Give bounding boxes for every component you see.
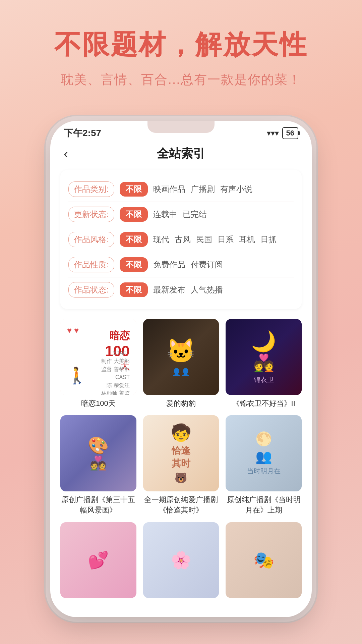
filter-option-earphone[interactable]: 耳机 (239, 234, 255, 245)
filter-label-nature: 作品性质: (68, 257, 114, 272)
content-title-6: 原创纯广播剧《当时明月在》上期 (226, 495, 302, 516)
filter-option-rizhua[interactable]: 日抓 (260, 234, 277, 245)
thumb5-chibi: 🧒 (171, 423, 191, 442)
content-area: ♥ ♥ 🚶 暗恋 100 天 STAFF制作 大美部监督 善帮部CAST陈 亲爱… (50, 312, 312, 522)
thumb1-staff: STAFF制作 大美部监督 善帮部CAST陈 亲爱汪林帅帅 善监健恰过话 (101, 349, 129, 395)
filter-unlimited-nature[interactable]: 不限 (120, 257, 148, 272)
thumb5-bear: 🐻 (175, 472, 187, 484)
filter-section: 作品类别: 不限 映画作品 广播剧 有声小说 更新状态: 不限 连载中 已完结 … (60, 170, 302, 309)
thumb5-title: 恰逢其时 (172, 444, 190, 470)
filter-label-category: 作品类别: (68, 181, 114, 197)
content-item-6[interactable]: 🌕 👥 当时明月在 原创纯广播剧《当时明月在》上期 (226, 415, 302, 515)
thumb3-moon: 🌙 (251, 329, 276, 353)
thumbnail-5: 🧒 恰逢其时 🐻 (143, 415, 219, 491)
filter-option-free[interactable]: 免费作品 (153, 259, 185, 270)
nav-bar: ‹ 全站索引 (50, 141, 312, 167)
filter-option-yinghua[interactable]: 映画作品 (153, 184, 185, 195)
content-item-1[interactable]: ♥ ♥ 🚶 暗恋 100 天 STAFF制作 大美部监督 善帮部CAST陈 亲爱… (60, 319, 136, 409)
back-button[interactable]: ‹ (64, 146, 68, 161)
content-title-1: 暗恋100天 (60, 398, 136, 409)
filter-row-style: 作品风格: 不限 现代 古风 民国 日系 耳机 日抓 (68, 227, 294, 252)
bottom-item-1[interactable]: 💕 (60, 522, 136, 598)
filter-label-style: 作品风格: (68, 232, 114, 247)
hearts-decoration: ♥ ♥ (67, 326, 79, 335)
filter-option-republic[interactable]: 民国 (196, 234, 212, 245)
filter-row-nature: 作品性质: 不限 免费作品 付费订阅 (68, 252, 294, 277)
content-title-5: 全一期原创纯爱广播剧《恰逢其时》 (143, 495, 219, 516)
phone-frame: 下午2:57 ▾▾▾ 56 ‹ 全站索引 作品类别: 不限 映画作品 广播剧 有… (50, 121, 312, 617)
hero-subtitle: 耽美、言情、百合...总有一款是你的菜！ (20, 71, 342, 88)
bottom-item-3[interactable]: 🎭 (226, 522, 302, 598)
filter-row-status: 更新状态: 不限 连载中 已完结 (68, 202, 294, 227)
content-item-5[interactable]: 🧒 恰逢其时 🐻 全一期原创纯爱广播剧《恰逢其时》 (143, 415, 219, 515)
content-title-4: 原创广播剧《第三十五幅风景画》 (60, 495, 136, 516)
filter-option-completed[interactable]: 已完结 (183, 209, 207, 220)
filter-option-modern[interactable]: 现代 (153, 234, 169, 245)
thumbnail-2: 🐱 👤👤 (143, 319, 219, 395)
thumb6-moon: 🌕 (255, 431, 272, 447)
bottom-thumbnail-1: 💕 (60, 522, 136, 598)
thumb3-figures: 💑 (253, 353, 274, 373)
thumb2-figures: 👤👤 (169, 368, 193, 377)
thumbnail-3: 🌙 💑 锦衣卫 (226, 319, 302, 395)
bottom-thumbnail-3: 🎭 (226, 522, 302, 598)
thumb1-chinese: 暗恋 (105, 329, 129, 343)
phone-container: 下午2:57 ▾▾▾ 56 ‹ 全站索引 作品类别: 不限 映画作品 广播剧 有… (50, 121, 312, 617)
hero-title: 不限题材，解放天性 (20, 27, 342, 63)
stick-figure: 🚶 (67, 366, 87, 385)
thumbnail-6: 🌕 👥 当时明月在 (226, 415, 302, 491)
status-icons: ▾▾▾ 56 (267, 127, 298, 139)
filter-option-guangbo[interactable]: 广播剧 (191, 184, 215, 195)
status-time: 下午2:57 (64, 127, 101, 140)
filter-row-category: 作品类别: 不限 映画作品 广播剧 有声小说 (68, 177, 294, 202)
filter-unlimited-category[interactable]: 不限 (120, 182, 148, 197)
battery-indicator: 56 (282, 127, 298, 139)
thumb4-couple: 💑 (90, 455, 107, 471)
bottom-item-2[interactable]: 🌸 (143, 522, 219, 598)
bottom-thumb1-art: 💕 (60, 522, 136, 598)
thumb4-art: 🎨 (88, 436, 109, 455)
content-item-4[interactable]: 🎨 💑 原创广播剧《第三十五幅风景画》 (60, 415, 136, 515)
thumb6-figures: 👥 (255, 449, 272, 465)
filter-option-serializing[interactable]: 连载中 (153, 209, 177, 220)
content-item-2[interactable]: 🐱 👤👤 爱的豹豹 (143, 319, 219, 409)
filter-unlimited-state[interactable]: 不限 (120, 282, 148, 297)
filter-option-japanese[interactable]: 日系 (218, 234, 234, 245)
filter-row-state: 作品状态: 不限 最新发布 人气热播 (68, 277, 294, 302)
hero-section: 不限题材，解放天性 耽美、言情、百合...总有一款是你的菜！ (0, 0, 362, 102)
content-title-2: 爱的豹豹 (143, 398, 219, 409)
content-title-3: 《锦衣卫不好当》II (226, 398, 302, 409)
filter-option-popular[interactable]: 人气热播 (191, 284, 223, 295)
bottom-thumbnail-2: 🌸 (143, 522, 219, 598)
bottom-thumb2-art: 🌸 (143, 522, 219, 598)
filter-option-yousheng[interactable]: 有声小说 (220, 184, 252, 195)
thumb2-art: 🐱 (166, 337, 195, 365)
thumb3-text: 锦衣卫 (254, 375, 274, 384)
filter-label-status: 更新状态: (68, 207, 114, 222)
thumbnail-4: 🎨 💑 (60, 415, 136, 491)
thumb6-text: 当时明月在 (247, 467, 281, 476)
bottom-thumb3-art: 🎭 (226, 522, 302, 598)
filter-option-paid[interactable]: 付费订阅 (191, 259, 223, 270)
bottom-row: 💕 🌸 🎭 (50, 522, 312, 598)
filter-option-ancient[interactable]: 古风 (175, 234, 191, 245)
wifi-icon: ▾▾▾ (267, 128, 279, 138)
filter-label-state: 作品状态: (68, 282, 114, 298)
filter-unlimited-status[interactable]: 不限 (120, 207, 148, 222)
content-item-3[interactable]: 🌙 💑 锦衣卫 《锦衣卫不好当》II (226, 319, 302, 409)
page-title: 全站索引 (157, 146, 205, 162)
filter-unlimited-style[interactable]: 不限 (120, 232, 148, 247)
filter-option-newest[interactable]: 最新发布 (153, 284, 185, 295)
phone-notch (147, 121, 215, 133)
content-grid: ♥ ♥ 🚶 暗恋 100 天 STAFF制作 大美部监督 善帮部CAST陈 亲爱… (60, 319, 302, 516)
thumbnail-1: ♥ ♥ 🚶 暗恋 100 天 STAFF制作 大美部监督 善帮部CAST陈 亲爱… (60, 319, 136, 395)
